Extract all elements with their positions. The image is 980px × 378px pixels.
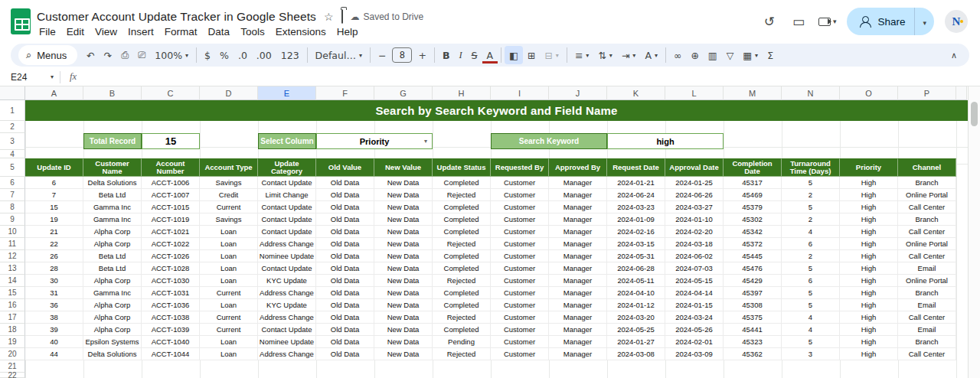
table-cell[interactable]: 5 xyxy=(782,299,840,311)
table-cell[interactable]: Address Change xyxy=(258,311,316,324)
column-header-L[interactable]: L xyxy=(665,86,724,100)
table-cell[interactable]: High xyxy=(840,177,898,189)
table-cell[interactable]: Completed xyxy=(433,201,491,213)
table-cell[interactable]: 2024-01-25 xyxy=(665,177,724,189)
share-dropdown[interactable]: ▾ xyxy=(915,15,934,28)
table-cell[interactable]: 5 xyxy=(782,201,840,213)
table-cell[interactable]: Old Data xyxy=(316,299,374,311)
decrease-decimal-icon[interactable]: .0 xyxy=(234,46,252,64)
table-cell[interactable]: 5 xyxy=(782,287,840,299)
table-cell[interactable]: Pending xyxy=(433,336,491,348)
column-header-A[interactable]: A xyxy=(25,86,83,100)
table-cell[interactable]: Call Center xyxy=(898,311,956,324)
table-cell[interactable]: Online Portal xyxy=(898,275,956,287)
column-header-D[interactable]: D xyxy=(200,86,258,100)
table-cell[interactable]: Call Center xyxy=(898,226,956,238)
table-cell[interactable]: 39 xyxy=(25,324,83,336)
table-cell[interactable]: ACCT-1044 xyxy=(142,348,200,360)
table-cell[interactable]: ACCT-1040 xyxy=(142,336,200,348)
table-cell[interactable]: New Data xyxy=(374,275,433,287)
table-cell[interactable]: Nominee Update xyxy=(258,250,316,262)
table-cell[interactable]: Address Change xyxy=(258,348,316,360)
table-cell[interactable]: New Data xyxy=(374,189,433,201)
column-header-C[interactable]: C xyxy=(142,86,200,100)
table-cell[interactable]: Manager xyxy=(549,177,607,189)
column-header-M[interactable]: M xyxy=(724,86,782,100)
collapse-toolbar-icon[interactable]: ∧ xyxy=(946,51,962,60)
column-header-H[interactable]: H xyxy=(433,86,491,100)
row-header-11[interactable]: 11 xyxy=(0,238,25,250)
table-cell[interactable]: ACCT-1039 xyxy=(142,324,200,336)
filter-views-icon[interactable]: ▦▾ xyxy=(738,46,763,64)
table-cell[interactable]: Beta Ltd xyxy=(83,189,142,201)
table-cell[interactable]: 28 xyxy=(25,262,83,275)
table-cell[interactable]: Contact Update xyxy=(258,262,316,275)
table-cell[interactable]: Current xyxy=(200,324,258,336)
vertical-align-icon[interactable]: ⇅▾ xyxy=(593,46,617,64)
increase-font-size-icon[interactable]: + xyxy=(413,46,430,64)
table-cell[interactable]: Old Data xyxy=(316,311,374,324)
vertical-scrollbar[interactable] xyxy=(968,86,980,378)
table-cell[interactable]: Loan xyxy=(200,299,258,311)
table-cell[interactable]: 3 xyxy=(782,348,840,360)
table-cell[interactable]: New Data xyxy=(374,226,433,238)
table-cell[interactable]: 45342 xyxy=(724,226,782,238)
table-cell[interactable]: KYC Update xyxy=(258,299,316,311)
column-header-I[interactable]: I xyxy=(491,86,549,100)
google-sheets-logo-icon[interactable] xyxy=(11,8,31,34)
table-cell[interactable]: Manager xyxy=(549,311,607,324)
table-cell[interactable]: Completed xyxy=(433,262,491,275)
table-cell[interactable]: Nominee Update xyxy=(258,336,316,348)
table-cell[interactable]: Old Data xyxy=(316,201,374,213)
row-header-7[interactable]: 7 xyxy=(0,189,25,201)
table-cell[interactable]: 2 xyxy=(782,213,840,226)
table-cell[interactable]: Manager xyxy=(549,189,607,201)
table-cell[interactable]: ACCT-1015 xyxy=(142,201,200,213)
row-header-19[interactable]: 19 xyxy=(0,336,25,348)
table-cell[interactable]: ACCT-1026 xyxy=(142,250,200,262)
table-cell[interactable]: Rejected xyxy=(433,189,491,201)
table-cell[interactable]: 2024-07-03 xyxy=(665,262,724,275)
table-cell[interactable]: 26 xyxy=(25,250,83,262)
table-cell[interactable]: Old Data xyxy=(316,275,374,287)
table-cell[interactable]: Manager xyxy=(549,201,607,213)
table-cell[interactable]: Call Center xyxy=(898,201,956,213)
text-rotation-icon[interactable]: A▾ xyxy=(640,46,662,64)
horizontal-align-icon[interactable]: ≡▾ xyxy=(570,46,594,64)
menu-data[interactable]: Data xyxy=(203,24,236,39)
star-icon[interactable]: ☆ xyxy=(324,11,334,23)
table-cell[interactable]: ACCT-1021 xyxy=(142,226,200,238)
table-cell[interactable]: Alpha Corp xyxy=(83,238,142,250)
table-cell[interactable]: Manager xyxy=(549,287,607,299)
table-cell[interactable]: Gamma Inc xyxy=(83,213,142,226)
table-cell[interactable]: 2024-03-15 xyxy=(607,238,665,250)
table-cell[interactable]: Customer xyxy=(491,311,549,324)
menu-edit[interactable]: Edit xyxy=(61,24,90,39)
table-cell[interactable]: Customer xyxy=(491,275,549,287)
table-cell[interactable]: New Data xyxy=(374,262,433,275)
table-cell[interactable]: ACCT-1028 xyxy=(142,262,200,275)
table-cell[interactable]: 45362 xyxy=(724,348,782,360)
table-cell[interactable]: Completed xyxy=(433,287,491,299)
table-cell[interactable]: 6 xyxy=(782,238,840,250)
table-cell[interactable]: Manager xyxy=(549,336,607,348)
more-formats-icon[interactable]: 123 xyxy=(276,46,304,64)
table-cell[interactable]: Beta Ltd xyxy=(83,262,142,275)
table-cell[interactable]: Contact Update xyxy=(258,226,316,238)
create-filter-icon[interactable]: ▽ xyxy=(722,46,739,64)
table-cell[interactable]: 2024-03-08 xyxy=(607,348,665,360)
table-cell[interactable]: Alpha Corp xyxy=(83,311,142,324)
decrease-font-size-icon[interactable]: − xyxy=(374,46,390,64)
column-header-G[interactable]: G xyxy=(374,86,433,100)
table-cell[interactable]: High xyxy=(840,324,898,336)
table-cell[interactable]: Contact Update xyxy=(258,324,316,336)
menu-insert[interactable]: Insert xyxy=(122,24,159,39)
table-cell[interactable]: Old Data xyxy=(316,226,374,238)
table-cell[interactable]: High xyxy=(840,311,898,324)
strikethrough-icon[interactable]: S xyxy=(467,46,482,64)
table-cell[interactable]: Gamma Inc xyxy=(83,201,142,213)
saved-status[interactable]: ☁ Saved to Drive xyxy=(351,11,424,22)
table-cell[interactable]: High xyxy=(840,336,898,348)
table-cell[interactable]: 45375 xyxy=(724,311,782,324)
table-cell[interactable]: Customer xyxy=(491,189,549,201)
